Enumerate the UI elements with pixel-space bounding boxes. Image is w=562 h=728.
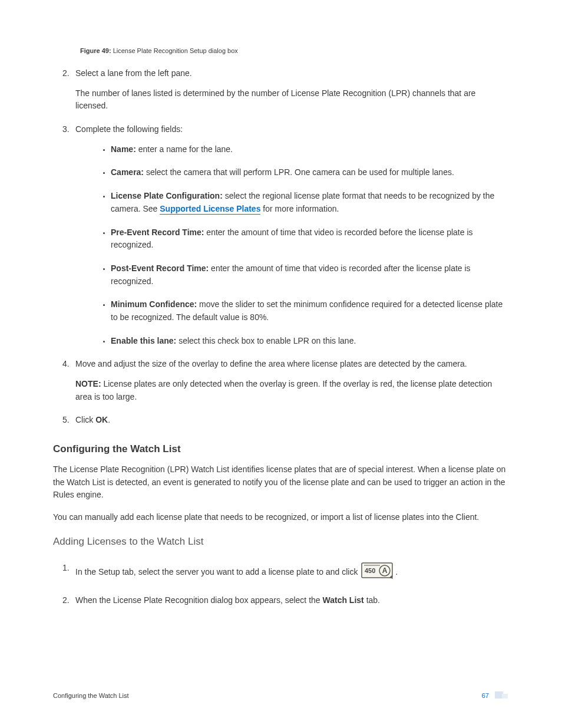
field-camera: Camera: select the camera that will perf… — [111, 166, 509, 179]
svg-text:A: A — [382, 566, 388, 575]
step-4: Move and adjust the size of the overlay … — [75, 358, 509, 403]
step-2: Select a lane from the left pane. The nu… — [75, 67, 509, 113]
adding-step-1-before: In the Setup tab, select the server you … — [75, 567, 360, 577]
step-5-prefix: Click — [75, 415, 95, 424]
page: Figure 49: License Plate Recognition Set… — [0, 0, 562, 728]
supported-license-plates-link[interactable]: Supported License Plates — [160, 204, 260, 215]
heading-adding-licenses: Adding Licenses to the Watch List — [53, 536, 509, 548]
field-enable-this-lane: Enable this lane: select this check box … — [111, 335, 509, 348]
page-footer: Configuring the Watch List 67 — [53, 691, 509, 700]
field-minimum-confidence: Minimum Confidence: move the slider to s… — [111, 298, 509, 324]
step-3-fields: Name: enter a name for the lane. Camera:… — [75, 143, 509, 348]
field-lpc-term: License Plate Configuration: — [111, 191, 223, 200]
figure-label: Figure 49: — [80, 47, 111, 54]
step-2-lead: Select a lane from the left pane. — [75, 68, 192, 78]
watch-list-p2: You can manually add each license plate … — [53, 511, 509, 524]
field-enable-desc: select this check box to enable LPR on t… — [176, 336, 356, 345]
field-camera-desc: select the camera that will perform LPR.… — [144, 167, 454, 177]
step-5-suffix: . — [108, 415, 110, 424]
watch-list-p1: The License Plate Recognition (LPR) Watc… — [53, 463, 509, 502]
main-steps: Select a lane from the left pane. The nu… — [53, 67, 509, 427]
note-term: NOTE: — [75, 379, 101, 388]
adding-step-2-after: tab. — [364, 595, 380, 605]
svg-text:450: 450 — [365, 567, 375, 574]
field-post-term: Post-Event Record Time: — [111, 263, 209, 273]
field-pre-event-record-time: Pre-Event Record Time: enter the amount … — [111, 226, 509, 252]
field-lpc-after: for more information. — [260, 204, 339, 213]
adding-step-1: In the Setup tab, select the server you … — [75, 562, 509, 584]
footer-right: 67 — [482, 691, 509, 700]
note-text: License plates are only detected when th… — [75, 379, 492, 401]
field-pre-term: Pre-Event Record Time: — [111, 228, 204, 237]
field-camera-term: Camera: — [111, 167, 144, 177]
footer-section-title: Configuring the Watch List — [53, 692, 129, 699]
step-2-sub: The number of lanes listed is determined… — [75, 87, 509, 113]
field-enable-term: Enable this lane: — [111, 336, 176, 345]
step-3: Complete the following fields: Name: ent… — [75, 123, 509, 347]
adding-steps: In the Setup tab, select the server you … — [53, 562, 509, 607]
field-post-event-record-time: Post-Event Record Time: enter the amount… — [111, 262, 509, 288]
adding-step-2-bold: Watch List — [323, 595, 364, 605]
step-3-lead: Complete the following fields: — [75, 124, 183, 134]
adding-step-1-after: . — [395, 567, 398, 577]
footer-decoration-icon — [495, 691, 509, 700]
adding-step-2-before: When the License Plate Recognition dialo… — [75, 595, 323, 605]
adding-step-2: When the License Plate Recognition dialo… — [75, 594, 509, 607]
step-4-lead: Move and adjust the size of the overlay … — [75, 359, 467, 368]
page-number: 67 — [482, 692, 489, 699]
step-5: Click OK. — [75, 414, 509, 427]
field-name-desc: enter a name for the lane. — [136, 144, 233, 154]
field-minconf-term: Minimum Confidence: — [111, 299, 197, 309]
figure-caption: Figure 49: License Plate Recognition Set… — [80, 47, 509, 54]
step-4-note: NOTE: License plates are only detected w… — [75, 378, 509, 403]
field-name-term: Name: — [111, 144, 136, 154]
heading-configuring-watch-list: Configuring the Watch List — [53, 443, 509, 455]
field-name: Name: enter a name for the lane. — [111, 143, 509, 156]
figure-caption-text: License Plate Recognition Setup dialog b… — [113, 47, 238, 54]
license-plate-icon: 450 A — [361, 562, 394, 584]
step-5-ok: OK — [95, 415, 108, 424]
field-license-plate-configuration: License Plate Configuration: select the … — [111, 190, 509, 215]
